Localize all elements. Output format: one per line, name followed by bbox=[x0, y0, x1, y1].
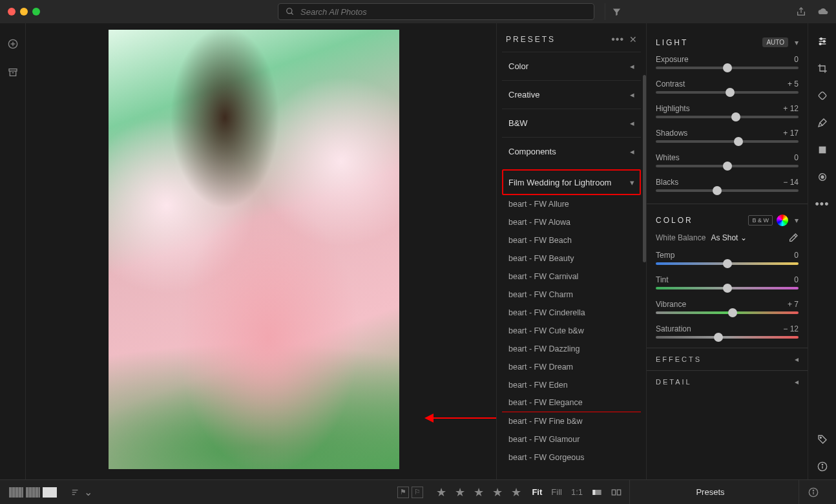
flag-reject-icon[interactable]: ⚐ bbox=[412, 487, 423, 498]
compare-icon[interactable] bbox=[611, 487, 622, 498]
preset-group-components[interactable]: Components bbox=[502, 137, 641, 165]
cloud-icon[interactable] bbox=[818, 6, 828, 17]
chevron-left-icon bbox=[630, 118, 634, 128]
presets-more-icon[interactable]: ••• bbox=[611, 34, 624, 45]
flag-pick-icon[interactable]: ⚑ bbox=[397, 487, 409, 498]
presets-scrollbar[interactable] bbox=[643, 75, 646, 308]
highlights-value: + 12 bbox=[783, 104, 799, 113]
preset-item[interactable]: beart - FW Gorgeous bbox=[502, 448, 641, 467]
svg-rect-14 bbox=[819, 147, 826, 154]
preset-item[interactable]: beart - FW Cute b&w bbox=[502, 322, 641, 340]
edit-sliders-icon[interactable] bbox=[817, 36, 828, 47]
whites-slider[interactable] bbox=[656, 165, 799, 167]
detail-title: DETAIL bbox=[656, 378, 692, 386]
crop-icon[interactable] bbox=[817, 63, 828, 74]
contrast-slider[interactable] bbox=[656, 91, 799, 94]
preset-item[interactable]: beart - FW Beauty bbox=[502, 249, 641, 268]
grid-medium-icon[interactable] bbox=[26, 487, 40, 498]
vibrance-slider[interactable] bbox=[656, 311, 799, 314]
tint-label: Tint bbox=[656, 275, 669, 284]
preset-item[interactable]: beart - FW Elegance bbox=[502, 394, 641, 412]
preset-item[interactable]: beart - FW Allure bbox=[502, 195, 641, 213]
effects-section-toggle[interactable]: EFFECTS ◂ bbox=[647, 348, 808, 370]
preset-item[interactable]: beart - FW Beach bbox=[502, 231, 641, 249]
preset-item[interactable]: beart - FW Glamour bbox=[502, 430, 641, 448]
svg-point-16 bbox=[821, 176, 824, 178]
presets-close-icon[interactable]: ✕ bbox=[629, 34, 637, 45]
linear-gradient-icon[interactable] bbox=[817, 145, 828, 155]
zoom-window-icon[interactable] bbox=[32, 8, 40, 16]
add-photo-icon[interactable] bbox=[8, 39, 18, 49]
temp-label: Temp bbox=[656, 251, 674, 260]
more-icon[interactable]: ••• bbox=[817, 199, 828, 209]
svg-rect-25 bbox=[592, 490, 595, 495]
shadows-value: + 17 bbox=[783, 129, 799, 138]
photo-canvas[interactable] bbox=[26, 23, 496, 479]
preset-item[interactable]: beart - FW Dazzling bbox=[502, 340, 641, 358]
preset-item[interactable]: beart - FW Dream bbox=[502, 358, 641, 376]
preset-item[interactable]: beart - FW Cinderella bbox=[502, 304, 641, 322]
sort-button[interactable]: ⌄ bbox=[70, 486, 92, 498]
healing-icon[interactable] bbox=[817, 90, 828, 101]
svg-point-10 bbox=[823, 41, 825, 43]
preset-group-label: Components bbox=[508, 147, 556, 156]
shadows-slider[interactable] bbox=[656, 140, 799, 143]
grid-small-icon[interactable] bbox=[9, 487, 23, 498]
grid-view-toggles[interactable] bbox=[9, 487, 57, 498]
original-toggle-icon[interactable] bbox=[592, 487, 602, 498]
chevron-down-icon[interactable]: ▾ bbox=[795, 216, 799, 225]
single-view-icon[interactable] bbox=[43, 487, 57, 498]
tag-icon[interactable] bbox=[817, 434, 828, 445]
star-rating[interactable]: ★ ★ ★ ★ ★ bbox=[436, 485, 524, 499]
preset-group-label: Color bbox=[508, 61, 528, 71]
minimize-window-icon[interactable] bbox=[20, 8, 28, 16]
preset-item[interactable]: beart - FW Charm bbox=[502, 286, 641, 304]
preset-group-film-wedding[interactable]: Film Wedding for Lightroom bbox=[502, 169, 641, 195]
info-icon[interactable] bbox=[817, 461, 828, 472]
temp-slider[interactable] bbox=[656, 262, 799, 265]
preset-group-label: Film Wedding for Lightroom bbox=[508, 178, 611, 187]
zoom-fit[interactable]: Fit bbox=[532, 487, 542, 497]
auto-button[interactable]: AUTO bbox=[762, 37, 788, 47]
edit-panel: LIGHT AUTO ▾ Exposure0 Contrast+ 5 Highl… bbox=[646, 23, 808, 479]
preset-group-creative[interactable]: Creative bbox=[502, 80, 641, 109]
preset-item[interactable]: beart - FW Alowa bbox=[502, 213, 641, 231]
archive-icon[interactable] bbox=[8, 67, 18, 78]
close-window-icon[interactable] bbox=[8, 8, 16, 16]
chevron-down-icon[interactable]: ▾ bbox=[795, 38, 799, 47]
preset-item[interactable]: beart - FW Carnival bbox=[502, 268, 641, 286]
bw-toggle-button[interactable]: B & W bbox=[748, 215, 773, 226]
filter-button[interactable] bbox=[605, 3, 622, 20]
search-input[interactable] bbox=[300, 7, 587, 17]
preset-group-bw[interactable]: B&W bbox=[502, 109, 641, 137]
zoom-1to1[interactable]: 1:1 bbox=[571, 487, 583, 497]
white-balance-select[interactable]: As Shot ⌄ bbox=[711, 233, 746, 242]
tint-slider[interactable] bbox=[656, 287, 799, 289]
svg-line-1 bbox=[291, 13, 293, 15]
presets-tab[interactable]: Presets bbox=[629, 480, 791, 504]
preset-group-color[interactable]: Color bbox=[502, 52, 641, 80]
search-icon bbox=[285, 6, 295, 17]
search-bar[interactable] bbox=[278, 3, 594, 20]
zoom-fill[interactable]: Fill bbox=[551, 487, 562, 497]
color-mixer-icon[interactable] bbox=[777, 215, 788, 226]
vibrance-label: Vibrance bbox=[656, 300, 686, 309]
effects-title: EFFECTS bbox=[656, 355, 702, 363]
window-controls[interactable] bbox=[8, 8, 40, 16]
whites-value: 0 bbox=[794, 153, 799, 162]
presets-title: PRESETS bbox=[506, 35, 606, 44]
chevron-left-icon bbox=[630, 61, 634, 71]
preset-item[interactable]: beart - FW Eden bbox=[502, 376, 641, 394]
info-icon[interactable] bbox=[808, 487, 819, 498]
highlights-slider[interactable] bbox=[656, 116, 799, 118]
blacks-slider[interactable] bbox=[656, 189, 799, 192]
svg-point-17 bbox=[820, 437, 821, 438]
saturation-slider[interactable] bbox=[656, 336, 799, 339]
exposure-slider[interactable] bbox=[656, 67, 799, 69]
radial-gradient-icon[interactable] bbox=[817, 172, 828, 182]
preset-item[interactable]: beart - FW Fine b&w bbox=[502, 412, 641, 430]
eyedropper-icon[interactable] bbox=[788, 233, 799, 243]
detail-section-toggle[interactable]: DETAIL ◂ bbox=[647, 370, 808, 393]
brush-icon[interactable] bbox=[817, 118, 828, 128]
share-icon[interactable] bbox=[796, 6, 806, 17]
